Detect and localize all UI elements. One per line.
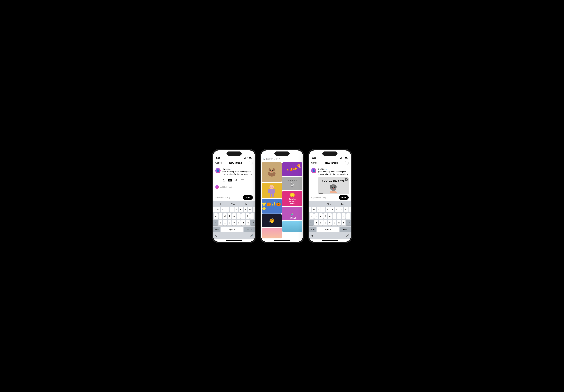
gif-item-fine[interactable]: J'LL BE FI 🐩: [282, 177, 302, 190]
suggestion-im-1[interactable]: I'm: [244, 202, 249, 206]
key-j[interactable]: j: [241, 213, 245, 219]
key-y-3[interactable]: y: [330, 207, 334, 212]
key-m[interactable]: m: [246, 220, 250, 226]
suggestion-the-1[interactable]: The: [230, 202, 236, 206]
key-r[interactable]: r: [226, 207, 229, 212]
key-space-1[interactable]: space: [221, 227, 243, 232]
key-a-3[interactable]: a: [310, 213, 314, 219]
key-w[interactable]: w: [216, 207, 220, 212]
key-f-3[interactable]: f: [324, 213, 327, 219]
gif-item-extra2[interactable]: [282, 221, 302, 232]
key-e[interactable]: e: [221, 207, 225, 212]
key-u[interactable]: u: [239, 207, 243, 212]
key-v[interactable]: v: [232, 220, 236, 226]
key-w-3[interactable]: w: [312, 207, 316, 212]
more-button-3[interactable]: ···: [345, 161, 349, 165]
gif-alt-button[interactable]: Alt: [319, 193, 323, 194]
key-z[interactable]: z: [219, 220, 222, 226]
key-n-3[interactable]: n: [337, 220, 341, 226]
mic-icon-1[interactable]: [234, 178, 238, 182]
key-n[interactable]: n: [241, 220, 245, 226]
key-b-3[interactable]: b: [333, 220, 336, 226]
key-x-3[interactable]: x: [319, 220, 323, 226]
key-space-3[interactable]: space: [317, 227, 339, 232]
key-m-3[interactable]: m: [342, 220, 345, 226]
key-c[interactable]: c: [228, 220, 231, 226]
key-shift-1[interactable]: ⬆: [213, 220, 218, 226]
key-o[interactable]: o: [248, 207, 252, 212]
gif-item-himom[interactable]: 🕺 Hi Mom!: [282, 207, 302, 220]
key-shift-3[interactable]: ⬆: [309, 220, 314, 226]
key-j-3[interactable]: j: [337, 213, 341, 219]
emoji-key-3[interactable]: ☺: [311, 234, 314, 237]
key-z-3[interactable]: z: [314, 220, 318, 226]
key-r-3[interactable]: r: [321, 207, 325, 212]
key-i-3[interactable]: i: [339, 207, 343, 212]
key-return-1[interactable]: return: [244, 227, 255, 232]
suggestion-the-3[interactable]: The: [326, 202, 332, 206]
key-s-3[interactable]: s: [314, 213, 318, 219]
key-e-3[interactable]: e: [317, 207, 321, 212]
key-p-3[interactable]: p: [349, 207, 351, 212]
key-h[interactable]: h: [237, 213, 240, 219]
key-a[interactable]: a: [214, 213, 218, 219]
key-y[interactable]: y: [235, 207, 238, 212]
key-l-3[interactable]: l: [346, 213, 350, 219]
key-o-3[interactable]: o: [344, 207, 348, 212]
post-button-1[interactable]: Post: [243, 195, 253, 200]
gif-item-girl[interactable]: [262, 183, 282, 198]
key-abc-1[interactable]: ABC: [213, 227, 220, 232]
key-i[interactable]: i: [244, 207, 247, 212]
key-l[interactable]: l: [250, 213, 254, 219]
key-u-3[interactable]: u: [335, 207, 339, 212]
image-icon-1[interactable]: [222, 178, 226, 182]
post-button-3[interactable]: Post: [338, 195, 349, 200]
svg-point-1: [223, 179, 224, 180]
key-p[interactable]: p: [253, 207, 255, 212]
key-d[interactable]: d: [223, 213, 227, 219]
media-toolbar-1: GIF: [222, 177, 253, 183]
key-abc-3[interactable]: ABC: [309, 227, 316, 232]
key-return-3[interactable]: return: [339, 227, 351, 232]
key-delete-1[interactable]: ⌫: [250, 220, 255, 226]
emoji-key-1[interactable]: ☺: [215, 234, 218, 237]
key-g-3[interactable]: g: [328, 213, 332, 219]
key-f[interactable]: f: [228, 213, 231, 219]
key-t-3[interactable]: t: [326, 207, 330, 212]
suggestion-im-3[interactable]: I'm: [340, 202, 345, 206]
gif-item-dog[interactable]: [262, 162, 282, 182]
mic-key-3[interactable]: 🎤: [346, 234, 349, 237]
key-k-3[interactable]: k: [342, 213, 345, 219]
menu-icon-1[interactable]: [240, 178, 244, 182]
gif-item-extra1[interactable]: [262, 228, 282, 238]
add-thread-avatar-1: [215, 185, 219, 189]
add-thread-text-1[interactable]: Add to thread: [220, 186, 232, 188]
key-delete-3[interactable]: ⌫: [346, 220, 351, 226]
gif-button-1[interactable]: GIF: [228, 179, 232, 181]
key-k[interactable]: k: [246, 213, 250, 219]
gif-item-vibes[interactable]: 😌 SendingPositiveVibes: [282, 191, 302, 206]
key-b[interactable]: b: [237, 220, 240, 226]
suggestion-i-1[interactable]: I: [219, 202, 222, 206]
gif-item-clapping[interactable]: 👏: [262, 214, 282, 227]
key-h-3[interactable]: h: [333, 213, 336, 219]
mic-key-1[interactable]: 🎤: [250, 234, 253, 237]
key-d-3[interactable]: d: [319, 213, 323, 219]
giphy-search-bar[interactable]: 🔍 Search GIPHY: [261, 156, 303, 162]
key-x[interactable]: x: [223, 220, 227, 226]
cancel-button-1[interactable]: Cancel: [215, 162, 222, 164]
key-s[interactable]: s: [219, 213, 222, 219]
key-c-3[interactable]: c: [324, 220, 327, 226]
more-button-1[interactable]: ···: [249, 161, 253, 165]
key-t[interactable]: t: [230, 207, 234, 212]
key-q[interactable]: q: [213, 207, 216, 212]
cancel-button-3[interactable]: Cancel: [311, 162, 318, 164]
gif-item-pizza[interactable]: PIZZA 🍕: [282, 162, 302, 176]
key-v-3[interactable]: v: [328, 220, 332, 226]
gif-close-button[interactable]: ✕: [345, 178, 348, 181]
key-q-3[interactable]: q: [309, 207, 311, 212]
battery-icon-1: [249, 157, 252, 159]
gif-item-halloween[interactable]: 🌟🎃✨🎃🌟: [262, 199, 282, 213]
key-g[interactable]: g: [232, 213, 236, 219]
suggestion-i-3[interactable]: I: [315, 202, 318, 206]
